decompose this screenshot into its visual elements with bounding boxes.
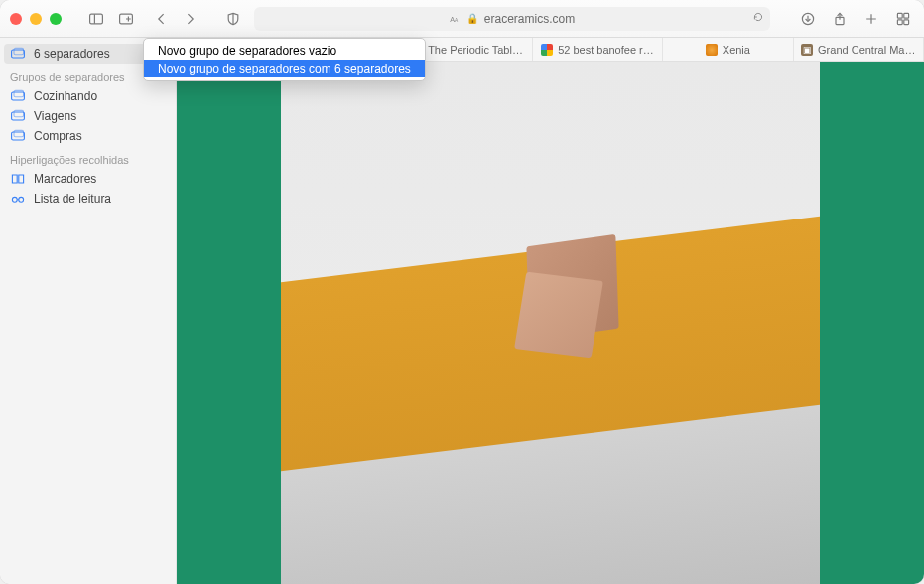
tab-label: Grand Central Ma… (818, 44, 915, 56)
content-column: e Era Cer… P The Periodic Tabl… 52 best … (177, 38, 924, 584)
sidebar-item-label: Viagens (34, 109, 76, 123)
tab-4[interactable]: ▣ Grand Central Ma… (794, 38, 924, 61)
new-tab-icon[interactable] (860, 8, 882, 30)
tab-label: 52 best banofee r… (558, 44, 654, 56)
svg-point-26 (12, 197, 17, 202)
nav-arrows (151, 8, 200, 30)
menu-item-group-with-tabs[interactable]: Novo grupo de separadores com 6 separado… (144, 60, 425, 77)
book-icon (10, 172, 26, 186)
forward-button[interactable] (179, 8, 200, 30)
glasses-icon (10, 192, 26, 206)
sidebar-item-label: Cozinhando (34, 89, 97, 103)
sidebar-item-bookmarks[interactable]: Marcadores (0, 169, 176, 189)
tab-label: Xenia (723, 44, 750, 56)
sidebar-item-label: Compras (34, 129, 82, 143)
favicon-icon (706, 44, 718, 56)
reload-icon[interactable] (752, 11, 764, 26)
sidebar-toggle-icon[interactable] (85, 8, 107, 30)
sidebar-item-group-0[interactable]: Cozinhando (0, 86, 176, 106)
favicon-icon (541, 44, 553, 56)
shield-privacy-icon[interactable] (222, 8, 244, 30)
svg-rect-14 (897, 13, 902, 18)
svg-rect-25 (14, 130, 24, 136)
text-size-icon[interactable]: AA (449, 13, 461, 25)
tab-3[interactable]: Xenia (663, 38, 793, 61)
close-window-button[interactable] (10, 13, 22, 25)
page-content (177, 62, 924, 584)
svg-point-27 (19, 197, 24, 202)
menu-item-empty-group[interactable]: Novo grupo de separadores vazio (144, 42, 425, 60)
tab-overview-icon[interactable] (892, 8, 914, 30)
svg-rect-15 (904, 13, 909, 18)
svg-rect-16 (897, 19, 902, 24)
toolbar: AA 🔒 eraceramics.com (0, 0, 924, 38)
svg-text:A: A (455, 18, 459, 23)
minimize-window-button[interactable] (30, 13, 42, 25)
lock-icon: 🔒 (466, 13, 478, 24)
hero-image (281, 62, 819, 584)
new-tab-group-menu: Novo grupo de separadores vazio Novo gru… (143, 38, 426, 81)
sidebar-item-label: Marcadores (34, 172, 96, 186)
zoom-window-button[interactable] (50, 13, 62, 25)
sidebar-item-group-1[interactable]: Viagens (0, 106, 176, 126)
tabs-icon (10, 129, 26, 143)
main-area: 6 separadores Grupos de separadores Cozi… (0, 38, 924, 584)
clay-block-image (518, 234, 637, 373)
page-inner (281, 62, 819, 584)
url-text: eraceramics.com (484, 12, 575, 26)
tab-2[interactable]: 52 best banofee r… (533, 38, 663, 61)
sidebar-item-label: 6 separadores (34, 47, 110, 61)
svg-rect-23 (14, 110, 24, 116)
tabs-icon (10, 109, 26, 123)
sidebar-header-links: Hiperligações recolhidas (0, 146, 176, 169)
address-bar[interactable]: AA 🔒 eraceramics.com (254, 7, 770, 31)
window-controls (10, 13, 62, 25)
new-tab-group-icon[interactable] (115, 8, 137, 30)
downloads-icon[interactable] (797, 8, 819, 30)
sidebar-item-label: Lista de leitura (34, 192, 111, 206)
browser-window: AA 🔒 eraceramics.com (0, 0, 924, 584)
svg-rect-21 (14, 90, 24, 96)
back-button[interactable] (151, 8, 173, 30)
tabs-icon (10, 47, 26, 61)
sidebar: 6 separadores Grupos de separadores Cozi… (0, 38, 177, 584)
share-icon[interactable] (829, 8, 851, 30)
svg-rect-17 (904, 19, 909, 24)
favicon-icon: ▣ (801, 44, 813, 56)
sidebar-item-reading-list[interactable]: Lista de leitura (0, 189, 176, 209)
sidebar-item-group-2[interactable]: Compras (0, 126, 176, 146)
toolbar-right (797, 8, 914, 30)
svg-rect-19 (14, 48, 24, 54)
address-wrap: AA 🔒 eraceramics.com (208, 7, 783, 31)
svg-rect-0 (90, 14, 103, 24)
tabs-icon (10, 89, 26, 103)
tab-label: The Periodic Tabl… (428, 44, 523, 56)
